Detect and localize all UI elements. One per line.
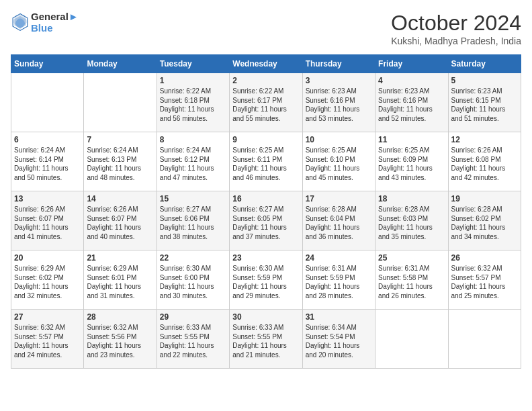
calendar-cell: 18Sunrise: 6:28 AMSunset: 6:03 PMDayligh… bbox=[375, 191, 448, 250]
day-number: 8 bbox=[160, 135, 226, 144]
calendar-cell: 19Sunrise: 6:28 AMSunset: 6:02 PMDayligh… bbox=[448, 191, 521, 250]
day-header-sunday: Sunday bbox=[11, 55, 84, 73]
cell-info: Sunrise: 6:32 AMSunset: 5:57 PMDaylight:… bbox=[451, 264, 518, 300]
calendar-week-row: 13Sunrise: 6:26 AMSunset: 6:07 PMDayligh… bbox=[11, 191, 521, 250]
calendar-cell: 1Sunrise: 6:22 AMSunset: 6:18 PMDaylight… bbox=[157, 73, 229, 132]
cell-info: Sunrise: 6:32 AMSunset: 5:56 PMDaylight:… bbox=[87, 323, 153, 359]
calendar-cell: 28Sunrise: 6:32 AMSunset: 5:56 PMDayligh… bbox=[84, 310, 157, 369]
calendar-cell bbox=[84, 73, 157, 132]
day-number: 11 bbox=[378, 135, 445, 144]
day-number: 20 bbox=[14, 253, 81, 263]
calendar-week-row: 1Sunrise: 6:22 AMSunset: 6:18 PMDaylight… bbox=[11, 73, 521, 132]
cell-info: Sunrise: 6:29 AMSunset: 6:01 PMDaylight:… bbox=[87, 264, 153, 300]
calendar-cell: 25Sunrise: 6:31 AMSunset: 5:58 PMDayligh… bbox=[375, 250, 448, 310]
calendar-cell: 11Sunrise: 6:25 AMSunset: 6:09 PMDayligh… bbox=[375, 132, 448, 191]
day-number: 18 bbox=[378, 194, 445, 203]
cell-info: Sunrise: 6:31 AMSunset: 5:58 PMDaylight:… bbox=[378, 264, 445, 300]
day-number: 5 bbox=[451, 76, 518, 85]
cell-info: Sunrise: 6:27 AMSunset: 6:05 PMDaylight:… bbox=[232, 205, 299, 241]
title-block: October 2024 Kukshi, Madhya Pradesh, Ind… bbox=[391, 11, 521, 46]
calendar-cell: 7Sunrise: 6:24 AMSunset: 6:13 PMDaylight… bbox=[84, 132, 157, 191]
day-number: 14 bbox=[87, 194, 153, 203]
cell-info: Sunrise: 6:28 AMSunset: 6:02 PMDaylight:… bbox=[451, 205, 518, 241]
logo-icon bbox=[11, 13, 30, 32]
cell-info: Sunrise: 6:34 AMSunset: 5:54 PMDaylight:… bbox=[306, 323, 372, 359]
cell-info: Sunrise: 6:25 AMSunset: 6:11 PMDaylight:… bbox=[232, 146, 299, 182]
day-number: 31 bbox=[306, 312, 372, 322]
calendar-cell bbox=[11, 73, 84, 132]
cell-info: Sunrise: 6:22 AMSunset: 6:18 PMDaylight:… bbox=[160, 87, 226, 123]
calendar-cell: 17Sunrise: 6:28 AMSunset: 6:04 PMDayligh… bbox=[302, 191, 375, 250]
calendar-cell: 14Sunrise: 6:26 AMSunset: 6:07 PMDayligh… bbox=[84, 191, 157, 250]
day-number: 29 bbox=[160, 312, 226, 322]
day-header-saturday: Saturday bbox=[448, 55, 521, 73]
calendar-cell: 29Sunrise: 6:33 AMSunset: 5:55 PMDayligh… bbox=[157, 310, 229, 369]
day-number: 15 bbox=[160, 194, 226, 203]
cell-info: Sunrise: 6:25 AMSunset: 6:10 PMDaylight:… bbox=[306, 146, 372, 182]
calendar-table: SundayMondayTuesdayWednesdayThursdayFrid… bbox=[11, 54, 521, 369]
calendar-cell: 30Sunrise: 6:33 AMSunset: 5:55 PMDayligh… bbox=[230, 310, 302, 369]
calendar-week-row: 6Sunrise: 6:24 AMSunset: 6:14 PMDaylight… bbox=[11, 132, 521, 191]
day-number: 28 bbox=[87, 312, 153, 322]
calendar-cell: 27Sunrise: 6:32 AMSunset: 5:57 PMDayligh… bbox=[11, 310, 84, 369]
location: Kukshi, Madhya Pradesh, India bbox=[391, 36, 521, 46]
cell-info: Sunrise: 6:28 AMSunset: 6:04 PMDaylight:… bbox=[306, 205, 372, 241]
cell-info: Sunrise: 6:29 AMSunset: 6:02 PMDaylight:… bbox=[14, 264, 81, 300]
calendar-cell: 8Sunrise: 6:24 AMSunset: 6:12 PMDaylight… bbox=[157, 132, 229, 191]
cell-info: Sunrise: 6:26 AMSunset: 6:08 PMDaylight:… bbox=[451, 146, 518, 182]
cell-info: Sunrise: 6:33 AMSunset: 5:55 PMDaylight:… bbox=[232, 323, 299, 359]
cell-info: Sunrise: 6:30 AMSunset: 5:59 PMDaylight:… bbox=[232, 264, 299, 300]
day-number: 6 bbox=[14, 135, 81, 144]
calendar-cell: 22Sunrise: 6:30 AMSunset: 6:00 PMDayligh… bbox=[157, 250, 229, 310]
cell-info: Sunrise: 6:22 AMSunset: 6:17 PMDaylight:… bbox=[232, 87, 299, 123]
calendar-cell: 23Sunrise: 6:30 AMSunset: 5:59 PMDayligh… bbox=[230, 250, 302, 310]
calendar-cell: 26Sunrise: 6:32 AMSunset: 5:57 PMDayligh… bbox=[448, 250, 521, 310]
calendar-cell: 5Sunrise: 6:23 AMSunset: 6:15 PMDaylight… bbox=[448, 73, 521, 132]
day-number: 12 bbox=[451, 135, 518, 144]
cell-info: Sunrise: 6:23 AMSunset: 6:16 PMDaylight:… bbox=[378, 87, 445, 123]
day-number: 2 bbox=[232, 76, 299, 85]
calendar-cell: 21Sunrise: 6:29 AMSunset: 6:01 PMDayligh… bbox=[84, 250, 157, 310]
cell-info: Sunrise: 6:24 AMSunset: 6:12 PMDaylight:… bbox=[160, 146, 226, 182]
day-number: 24 bbox=[306, 253, 372, 263]
calendar-cell: 15Sunrise: 6:27 AMSunset: 6:06 PMDayligh… bbox=[157, 191, 229, 250]
logo: General► Blue bbox=[11, 11, 79, 34]
day-number: 3 bbox=[306, 76, 372, 85]
calendar-week-row: 20Sunrise: 6:29 AMSunset: 6:02 PMDayligh… bbox=[11, 250, 521, 310]
calendar-cell: 6Sunrise: 6:24 AMSunset: 6:14 PMDaylight… bbox=[11, 132, 84, 191]
cell-info: Sunrise: 6:23 AMSunset: 6:15 PMDaylight:… bbox=[451, 87, 518, 123]
cell-info: Sunrise: 6:31 AMSunset: 5:59 PMDaylight:… bbox=[306, 264, 372, 300]
day-number: 1 bbox=[160, 76, 226, 85]
cell-info: Sunrise: 6:24 AMSunset: 6:13 PMDaylight:… bbox=[87, 146, 153, 182]
calendar-cell: 31Sunrise: 6:34 AMSunset: 5:54 PMDayligh… bbox=[302, 310, 375, 369]
page-header: General► Blue October 2024 Kukshi, Madhy… bbox=[11, 11, 521, 46]
calendar-cell: 10Sunrise: 6:25 AMSunset: 6:10 PMDayligh… bbox=[302, 132, 375, 191]
cell-info: Sunrise: 6:26 AMSunset: 6:07 PMDaylight:… bbox=[87, 205, 153, 241]
day-number: 25 bbox=[378, 253, 445, 263]
calendar-cell: 16Sunrise: 6:27 AMSunset: 6:05 PMDayligh… bbox=[230, 191, 302, 250]
calendar-cell: 4Sunrise: 6:23 AMSunset: 6:16 PMDaylight… bbox=[375, 73, 448, 132]
day-number: 4 bbox=[378, 76, 445, 85]
day-number: 9 bbox=[232, 135, 299, 144]
cell-info: Sunrise: 6:26 AMSunset: 6:07 PMDaylight:… bbox=[14, 205, 81, 241]
day-header-thursday: Thursday bbox=[302, 55, 375, 73]
calendar-header-row: SundayMondayTuesdayWednesdayThursdayFrid… bbox=[11, 55, 521, 73]
calendar-cell: 12Sunrise: 6:26 AMSunset: 6:08 PMDayligh… bbox=[448, 132, 521, 191]
day-header-wednesday: Wednesday bbox=[230, 55, 302, 73]
calendar-cell: 9Sunrise: 6:25 AMSunset: 6:11 PMDaylight… bbox=[230, 132, 302, 191]
calendar-cell: 13Sunrise: 6:26 AMSunset: 6:07 PMDayligh… bbox=[11, 191, 84, 250]
day-number: 27 bbox=[14, 312, 81, 322]
cell-info: Sunrise: 6:23 AMSunset: 6:16 PMDaylight:… bbox=[306, 87, 372, 123]
day-number: 22 bbox=[160, 253, 226, 263]
day-number: 21 bbox=[87, 253, 153, 263]
cell-info: Sunrise: 6:32 AMSunset: 5:57 PMDaylight:… bbox=[14, 323, 81, 359]
cell-info: Sunrise: 6:28 AMSunset: 6:03 PMDaylight:… bbox=[378, 205, 445, 241]
day-number: 17 bbox=[306, 194, 372, 203]
calendar-cell: 3Sunrise: 6:23 AMSunset: 6:16 PMDaylight… bbox=[302, 73, 375, 132]
calendar-cell: 24Sunrise: 6:31 AMSunset: 5:59 PMDayligh… bbox=[302, 250, 375, 310]
day-number: 10 bbox=[306, 135, 372, 144]
calendar-cell bbox=[375, 310, 448, 369]
day-header-friday: Friday bbox=[375, 55, 448, 73]
day-number: 16 bbox=[232, 194, 299, 203]
day-header-monday: Monday bbox=[84, 55, 157, 73]
